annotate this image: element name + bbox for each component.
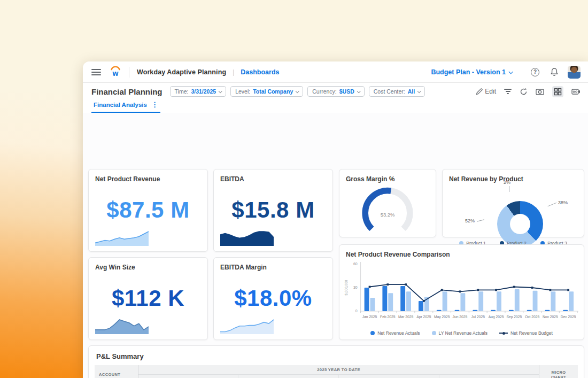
chevron-down-icon — [417, 89, 421, 93]
legend-item: Net Revenue Actuals — [370, 330, 420, 336]
workday-logo: w — [110, 65, 121, 80]
card-title: Avg Win Size — [89, 258, 207, 271]
donut-callout: 38% — [558, 200, 568, 205]
filter-value: Total Company — [253, 88, 293, 95]
chevron-down-icon — [296, 89, 299, 93]
svg-text:0: 0 — [355, 309, 358, 313]
svg-text:30: 30 — [353, 286, 358, 289]
help-icon: ? — [531, 68, 539, 76]
svg-text:Jan 2025: Jan 2025 — [362, 315, 377, 319]
refresh-button[interactable] — [520, 88, 528, 96]
sparkline-chart — [220, 230, 274, 246]
divider: | — [233, 68, 234, 76]
svg-text:Apr 2025: Apr 2025 — [416, 315, 431, 319]
divider — [129, 67, 129, 78]
column-header-actuals: ACTUALS — [138, 375, 238, 378]
snapshot-button[interactable] — [536, 88, 544, 95]
card-net-product-revenue: Net Product Revenue $87.5 M — [88, 169, 208, 252]
svg-text:Aug 2025: Aug 2025 — [489, 315, 504, 319]
presentation-button[interactable] — [571, 88, 581, 95]
refresh-icon — [520, 88, 528, 96]
filter-value: 3/31/2025 — [191, 88, 216, 95]
bar-line-chart: 03060$,000,000Jan 2025Feb 2025Mar 2025Ap… — [343, 260, 581, 325]
legend-line-marker — [499, 333, 508, 334]
svg-text:Jul 2025: Jul 2025 — [471, 315, 485, 319]
card-net-revenue-by-product: Net Revenue by Product 2% 38% 52% Produc… — [442, 169, 584, 237]
card-title: EBITDA Margin — [214, 258, 332, 271]
page-title: Financial Planning — [91, 87, 163, 96]
notifications-button[interactable] — [548, 66, 560, 78]
svg-text:53.2%: 53.2% — [381, 212, 395, 218]
legend-label: Net Revenue Budget — [510, 330, 553, 336]
svg-text:Nov 2025: Nov 2025 — [543, 315, 558, 319]
filter-currency[interactable]: Currency: $USD — [307, 86, 365, 97]
grid-icon — [554, 88, 562, 96]
card-gross-margin: Gross Margin % 53.2% — [339, 169, 436, 237]
donut-callout: 52% — [465, 218, 475, 223]
svg-text:$,000,000: $,000,000 — [344, 280, 348, 295]
svg-text:w: w — [112, 69, 119, 78]
tab-label: Financial Analysis — [94, 102, 147, 108]
card-title: Net Product Revenue Comparison — [339, 245, 584, 258]
legend-dot — [370, 331, 375, 335]
tab-menu-icon[interactable]: ⋮ — [151, 102, 158, 107]
gauge-chart: 53.2% — [339, 184, 436, 233]
comparison-legend: Net Revenue Actuals LY Net Revenue Actua… — [339, 330, 584, 336]
bell-icon — [550, 67, 559, 76]
legend-item: Net Revenue Budget — [499, 330, 553, 336]
app-title: Workday Adaptive Planning — [137, 68, 226, 76]
menu-icon[interactable] — [91, 67, 101, 77]
nav-dashboards-link[interactable]: Dashboards — [241, 68, 279, 76]
card-net-product-revenue-comparison: Net Product Revenue Comparison 03060$,00… — [339, 244, 584, 340]
filter-button[interactable] — [504, 87, 512, 95]
edit-label: Edit — [485, 88, 496, 95]
svg-text:Feb 2025: Feb 2025 — [380, 315, 396, 319]
column-header-budget: BUDGET — [339, 375, 439, 378]
grid-view-button[interactable] — [552, 86, 563, 97]
svg-text:Oct 2025: Oct 2025 — [525, 315, 539, 319]
filter-label: Level: — [235, 88, 250, 95]
svg-text:Dec 2025: Dec 2025 — [561, 315, 576, 319]
filter-label: Time: — [175, 88, 189, 95]
pnl-table: ACCOUNT 2025 YEAR TO DATE MICRO CHART AC… — [95, 365, 578, 378]
help-button[interactable]: ? — [529, 66, 541, 78]
filter-value: $USD — [339, 88, 354, 95]
legend-item: LY Net Revenue Actuals — [432, 330, 488, 336]
filter-level[interactable]: Level: Total Company — [230, 86, 303, 97]
svg-text:Jun 2025: Jun 2025 — [453, 315, 468, 319]
column-header-account: ACCOUNT — [95, 365, 138, 378]
version-selector[interactable]: Budget Plan - Version 1 — [431, 68, 512, 76]
legend-dot — [432, 331, 436, 335]
tab-financial-analysis[interactable]: Financial Analysis ⋮ — [91, 102, 160, 113]
sparkline-chart — [220, 318, 274, 334]
video-icon — [571, 88, 581, 95]
card-ebitda-margin: EBITDA Margin $18.0% — [213, 257, 333, 340]
card-ebitda: EBITDA $15.8 M — [213, 169, 333, 252]
edit-button[interactable]: Edit — [476, 88, 496, 95]
card-title: Net Product Revenue — [89, 169, 207, 183]
sparkline-chart — [95, 230, 149, 246]
sparkline-chart — [95, 318, 149, 334]
chevron-down-icon — [219, 89, 222, 93]
column-group-header: 2025 YEAR TO DATE — [138, 365, 539, 375]
svg-text:60: 60 — [353, 262, 358, 266]
user-avatar[interactable] — [568, 66, 581, 79]
chevron-down-icon — [508, 70, 513, 74]
donut-callout: 2% — [504, 180, 510, 185]
filter-label: Cost Center: — [374, 88, 405, 95]
legend-label: LY Net Revenue Actuals — [439, 330, 488, 336]
camera-icon — [536, 88, 544, 95]
donut-chart: 2% 38% 52% Product 1 Product 2 Product 3 — [443, 183, 584, 250]
svg-text:Mar 2025: Mar 2025 — [398, 315, 414, 319]
svg-text:May 2025: May 2025 — [434, 315, 450, 319]
card-title: Gross Margin % — [339, 169, 436, 183]
card-title: Net Revenue by Product — [443, 169, 584, 183]
top-bar: w Workday Adaptive Planning | Dashboards… — [83, 61, 588, 83]
legend-label: Net Revenue Actuals — [377, 330, 420, 336]
app-window: w Workday Adaptive Planning | Dashboards… — [83, 61, 588, 378]
card-pnl-summary: P&L Summary ACCOUNT 2025 YEAR TO DATE MI… — [88, 345, 584, 378]
card-title: P&L Summary — [89, 346, 584, 365]
chevron-down-icon — [357, 89, 360, 93]
filter-cost-center[interactable]: Cost Center: All — [369, 86, 425, 97]
filter-time[interactable]: Time: 3/31/2025 — [170, 86, 227, 97]
